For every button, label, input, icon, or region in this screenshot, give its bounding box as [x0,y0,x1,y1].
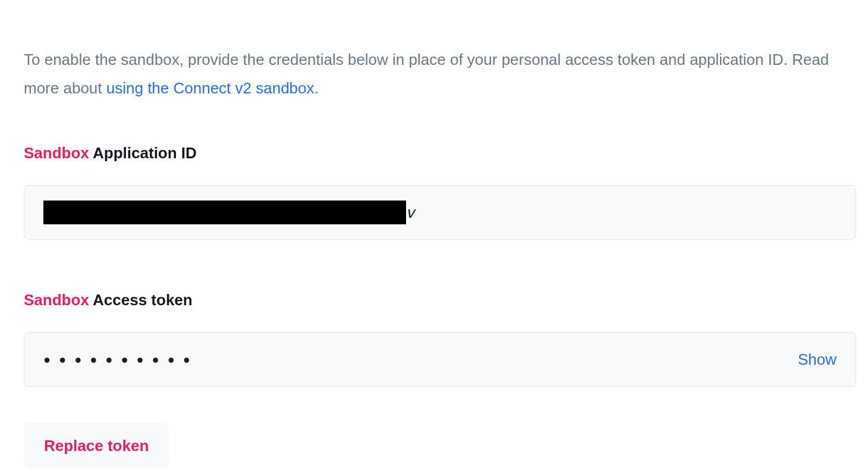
app-id-value: v [43,201,415,224]
sandbox-docs-link[interactable]: using the Connect v2 sandbox [106,79,315,97]
app-id-field[interactable]: v [24,185,856,240]
intro-text-after: . [315,79,319,97]
access-token-prefix: Sandbox [24,291,89,309]
access-token-heading: Sandbox Access token [24,291,844,309]
redacted-block [43,201,406,224]
access-token-masked-value: ●●●●●●●●●● [43,353,199,367]
app-id-trailing-char: v [405,203,415,221]
show-token-link[interactable]: Show [798,350,836,369]
replace-token-button[interactable]: Replace token [24,422,169,469]
app-id-label: Application ID [93,144,197,162]
app-id-heading: Sandbox Application ID [24,144,844,162]
access-token-label: Access token [93,291,193,309]
access-token-field[interactable]: ●●●●●●●●●● Show [24,332,856,387]
app-id-prefix: Sandbox [24,144,89,162]
intro-text: To enable the sandbox, provide the crede… [24,45,844,102]
